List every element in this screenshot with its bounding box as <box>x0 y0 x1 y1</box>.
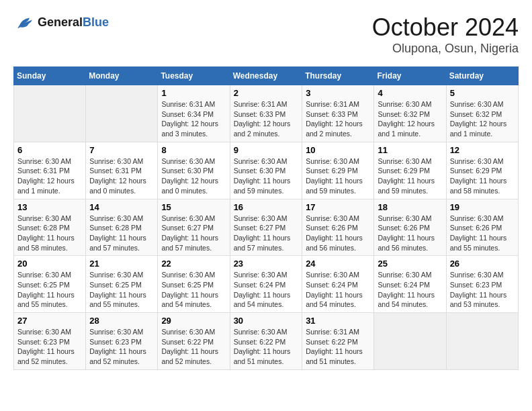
calendar-title: October 2024 <box>372 13 519 42</box>
day-number: 5 <box>450 88 515 98</box>
day-cell: 13Sunrise: 6:30 AM Sunset: 6:28 PM Dayli… <box>14 199 86 256</box>
day-cell: 22Sunrise: 6:30 AM Sunset: 6:25 PM Dayli… <box>158 256 230 313</box>
day-info: Sunrise: 6:30 AM Sunset: 6:26 PM Dayligh… <box>306 214 370 253</box>
day-info: Sunrise: 6:30 AM Sunset: 6:30 PM Dayligh… <box>234 156 299 196</box>
day-number: 29 <box>161 316 226 326</box>
day-cell: 25Sunrise: 6:30 AM Sunset: 6:24 PM Dayli… <box>374 256 446 313</box>
day-cell: 10Sunrise: 6:30 AM Sunset: 6:29 PM Dayli… <box>302 142 374 199</box>
day-info: Sunrise: 6:30 AM Sunset: 6:22 PM Dayligh… <box>234 327 299 367</box>
calendar-header-row: SundayMondayTuesdayWednesdayThursdayFrid… <box>14 67 519 85</box>
day-info: Sunrise: 6:30 AM Sunset: 6:26 PM Dayligh… <box>378 214 442 253</box>
logo: GeneralBlue <box>13 13 109 32</box>
logo-text: GeneralBlue <box>38 16 109 30</box>
header-sunday: Sunday <box>14 67 86 85</box>
day-cell: 18Sunrise: 6:30 AM Sunset: 6:26 PM Dayli… <box>374 199 446 256</box>
day-cell <box>86 85 158 142</box>
calendar-title-block: October 2024 Olupona, Osun, Nigeria <box>372 13 519 56</box>
day-number: 13 <box>17 202 82 212</box>
day-number: 8 <box>161 145 226 155</box>
day-cell: 3Sunrise: 6:31 AM Sunset: 6:33 PM Daylig… <box>302 85 374 142</box>
day-info: Sunrise: 6:30 AM Sunset: 6:22 PM Dayligh… <box>161 327 226 367</box>
day-number: 23 <box>234 259 299 269</box>
day-number: 21 <box>89 259 154 269</box>
day-cell <box>374 313 446 370</box>
day-cell: 4Sunrise: 6:30 AM Sunset: 6:32 PM Daylig… <box>374 85 446 142</box>
day-info: Sunrise: 6:30 AM Sunset: 6:27 PM Dayligh… <box>161 214 226 253</box>
day-cell: 27Sunrise: 6:30 AM Sunset: 6:23 PM Dayli… <box>14 313 86 370</box>
day-number: 12 <box>450 145 515 155</box>
day-info: Sunrise: 6:30 AM Sunset: 6:23 PM Dayligh… <box>450 270 515 310</box>
day-cell: 29Sunrise: 6:30 AM Sunset: 6:22 PM Dayli… <box>158 313 230 370</box>
day-number: 6 <box>17 145 82 155</box>
day-number: 14 <box>89 202 154 212</box>
day-number: 25 <box>378 259 442 269</box>
day-number: 19 <box>450 202 515 212</box>
day-number: 28 <box>89 316 154 326</box>
day-cell: 2Sunrise: 6:31 AM Sunset: 6:33 PM Daylig… <box>230 85 302 142</box>
day-info: Sunrise: 6:30 AM Sunset: 6:29 PM Dayligh… <box>378 156 442 196</box>
day-cell <box>14 85 86 142</box>
day-cell: 16Sunrise: 6:30 AM Sunset: 6:27 PM Dayli… <box>230 199 302 256</box>
week-row-3: 13Sunrise: 6:30 AM Sunset: 6:28 PM Dayli… <box>14 199 519 256</box>
day-number: 4 <box>378 88 442 98</box>
header-saturday: Saturday <box>446 67 518 85</box>
day-cell: 28Sunrise: 6:30 AM Sunset: 6:23 PM Dayli… <box>86 313 158 370</box>
day-cell: 24Sunrise: 6:30 AM Sunset: 6:24 PM Dayli… <box>302 256 374 313</box>
page-header: GeneralBlue October 2024 Olupona, Osun, … <box>13 13 519 56</box>
day-info: Sunrise: 6:30 AM Sunset: 6:32 PM Dayligh… <box>378 99 442 139</box>
day-info: Sunrise: 6:30 AM Sunset: 6:23 PM Dayligh… <box>89 327 154 367</box>
day-number: 1 <box>161 88 226 98</box>
day-number: 26 <box>450 259 515 269</box>
week-row-4: 20Sunrise: 6:30 AM Sunset: 6:25 PM Dayli… <box>14 256 519 313</box>
calendar-subtitle: Olupona, Osun, Nigeria <box>372 42 519 56</box>
day-info: Sunrise: 6:31 AM Sunset: 6:33 PM Dayligh… <box>234 99 299 139</box>
day-info: Sunrise: 6:30 AM Sunset: 6:29 PM Dayligh… <box>306 156 370 196</box>
day-number: 11 <box>378 145 442 155</box>
day-cell: 7Sunrise: 6:30 AM Sunset: 6:31 PM Daylig… <box>86 142 158 199</box>
day-info: Sunrise: 6:30 AM Sunset: 6:29 PM Dayligh… <box>450 156 515 196</box>
day-info: Sunrise: 6:30 AM Sunset: 6:24 PM Dayligh… <box>378 270 442 310</box>
day-cell: 12Sunrise: 6:30 AM Sunset: 6:29 PM Dayli… <box>446 142 518 199</box>
day-cell: 6Sunrise: 6:30 AM Sunset: 6:31 PM Daylig… <box>14 142 86 199</box>
day-info: Sunrise: 6:30 AM Sunset: 6:25 PM Dayligh… <box>17 270 82 310</box>
day-number: 30 <box>234 316 299 326</box>
day-number: 22 <box>161 259 226 269</box>
day-number: 2 <box>234 88 299 98</box>
day-info: Sunrise: 6:31 AM Sunset: 6:33 PM Dayligh… <box>306 99 370 139</box>
day-number: 27 <box>17 316 82 326</box>
day-number: 7 <box>89 145 154 155</box>
day-info: Sunrise: 6:30 AM Sunset: 6:27 PM Dayligh… <box>234 214 299 253</box>
header-monday: Monday <box>86 67 158 85</box>
day-cell: 31Sunrise: 6:31 AM Sunset: 6:22 PM Dayli… <box>302 313 374 370</box>
day-info: Sunrise: 6:30 AM Sunset: 6:25 PM Dayligh… <box>161 270 226 310</box>
day-cell: 30Sunrise: 6:30 AM Sunset: 6:22 PM Dayli… <box>230 313 302 370</box>
day-info: Sunrise: 6:31 AM Sunset: 6:22 PM Dayligh… <box>306 327 370 367</box>
day-number: 3 <box>306 88 370 98</box>
header-friday: Friday <box>374 67 446 85</box>
day-info: Sunrise: 6:30 AM Sunset: 6:25 PM Dayligh… <box>89 270 154 310</box>
week-row-2: 6Sunrise: 6:30 AM Sunset: 6:31 PM Daylig… <box>14 142 519 199</box>
day-cell: 19Sunrise: 6:30 AM Sunset: 6:26 PM Dayli… <box>446 199 518 256</box>
day-cell: 14Sunrise: 6:30 AM Sunset: 6:28 PM Dayli… <box>86 199 158 256</box>
day-number: 16 <box>234 202 299 212</box>
day-cell: 11Sunrise: 6:30 AM Sunset: 6:29 PM Dayli… <box>374 142 446 199</box>
header-wednesday: Wednesday <box>230 67 302 85</box>
day-cell: 17Sunrise: 6:30 AM Sunset: 6:26 PM Dayli… <box>302 199 374 256</box>
calendar-table: SundayMondayTuesdayWednesdayThursdayFrid… <box>13 66 519 370</box>
day-number: 20 <box>17 259 82 269</box>
day-number: 15 <box>161 202 226 212</box>
day-number: 18 <box>378 202 442 212</box>
week-row-5: 27Sunrise: 6:30 AM Sunset: 6:23 PM Dayli… <box>14 313 519 370</box>
day-cell <box>446 313 518 370</box>
day-info: Sunrise: 6:30 AM Sunset: 6:28 PM Dayligh… <box>89 214 154 253</box>
day-info: Sunrise: 6:30 AM Sunset: 6:31 PM Dayligh… <box>89 156 154 196</box>
day-number: 10 <box>306 145 370 155</box>
day-cell: 8Sunrise: 6:30 AM Sunset: 6:30 PM Daylig… <box>158 142 230 199</box>
day-cell: 9Sunrise: 6:30 AM Sunset: 6:30 PM Daylig… <box>230 142 302 199</box>
day-cell: 26Sunrise: 6:30 AM Sunset: 6:23 PM Dayli… <box>446 256 518 313</box>
day-cell: 21Sunrise: 6:30 AM Sunset: 6:25 PM Dayli… <box>86 256 158 313</box>
day-cell: 5Sunrise: 6:30 AM Sunset: 6:32 PM Daylig… <box>446 85 518 142</box>
day-cell: 23Sunrise: 6:30 AM Sunset: 6:24 PM Dayli… <box>230 256 302 313</box>
day-info: Sunrise: 6:30 AM Sunset: 6:24 PM Dayligh… <box>234 270 299 310</box>
day-cell: 20Sunrise: 6:30 AM Sunset: 6:25 PM Dayli… <box>14 256 86 313</box>
